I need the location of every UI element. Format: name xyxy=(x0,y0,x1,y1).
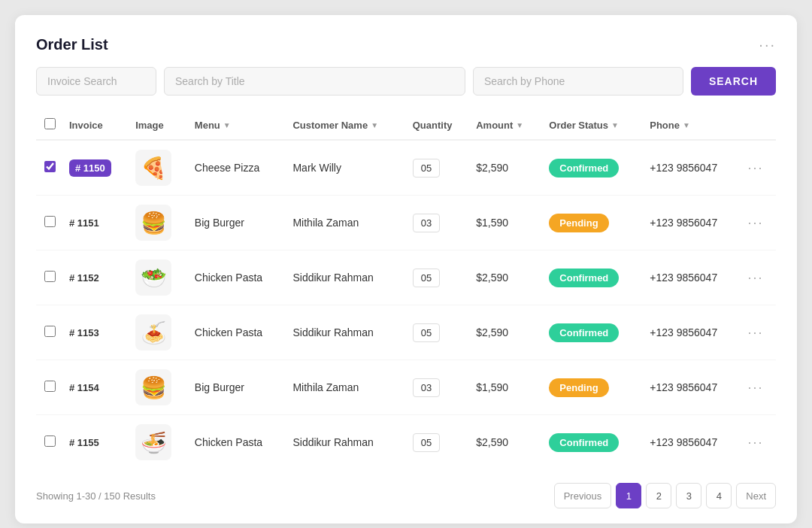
row-actions-button[interactable]: ··· xyxy=(747,435,763,451)
search-button[interactable]: SEARCH xyxy=(691,67,776,96)
row-status: Confirmed xyxy=(543,140,644,196)
row-customer: Siddikur Rahman xyxy=(286,250,406,305)
row-status: Pending xyxy=(543,196,644,250)
header-checkbox-cell xyxy=(36,111,63,140)
row-checkbox[interactable] xyxy=(44,326,56,337)
header-image: Image xyxy=(129,111,189,140)
row-actions: ··· xyxy=(741,250,776,305)
food-image: 🍔 xyxy=(135,205,171,241)
pagination: Previous 1 2 3 4 Next xyxy=(554,483,776,508)
row-status: Pending xyxy=(543,360,644,415)
row-customer: Siddikur Rahman xyxy=(286,305,406,360)
next-button[interactable]: Next xyxy=(736,483,776,508)
header-phone: Phone ▼ xyxy=(644,111,741,140)
row-customer: Mark Willy xyxy=(286,140,406,196)
row-invoice: # 1152 xyxy=(63,250,129,305)
quantity-box: 05 xyxy=(413,269,440,287)
phone-search-input[interactable] xyxy=(473,67,683,96)
row-checkbox[interactable] xyxy=(44,435,56,447)
row-menu: Big Burger xyxy=(189,196,287,250)
row-checkbox-cell xyxy=(36,140,63,196)
row-actions: ··· xyxy=(741,305,776,360)
row-customer: Siddikur Rahman xyxy=(286,415,406,470)
page-4-button[interactable]: 4 xyxy=(706,483,732,508)
row-checkbox[interactable] xyxy=(44,271,56,282)
invoice-badge: # 1150 xyxy=(69,159,111,177)
row-amount: $1,590 xyxy=(470,196,543,250)
row-quantity: 05 xyxy=(407,415,470,470)
row-menu: Cheese Pizza xyxy=(189,140,287,196)
row-image: 🍔 xyxy=(129,360,189,415)
row-status: Confirmed xyxy=(543,305,644,360)
table-footer: Showing 1-30 / 150 Results Previous 1 2 … xyxy=(36,483,776,508)
phone-sort-arrow: ▼ xyxy=(683,121,690,129)
search-bar: SEARCH xyxy=(36,67,776,96)
row-checkbox-cell xyxy=(36,250,63,305)
status-badge: Confirmed xyxy=(549,433,619,452)
row-quantity: 05 xyxy=(407,140,470,196)
row-image: 🍕 xyxy=(129,140,189,196)
row-phone: +123 9856047 xyxy=(644,196,741,250)
quantity-box: 03 xyxy=(413,214,440,232)
row-checkbox-cell xyxy=(36,196,63,250)
food-image: 🥗 xyxy=(135,259,171,296)
row-actions-button[interactable]: ··· xyxy=(747,380,763,396)
row-actions-button[interactable]: ··· xyxy=(747,270,763,286)
row-invoice: # 1155 xyxy=(63,415,129,470)
row-checkbox[interactable] xyxy=(44,161,56,172)
food-image: 🍝 xyxy=(135,314,171,350)
row-checkbox[interactable] xyxy=(44,216,56,227)
row-amount: $2,590 xyxy=(470,250,543,305)
page-3-button[interactable]: 3 xyxy=(676,483,701,508)
status-badge: Confirmed xyxy=(549,269,619,287)
row-amount: $2,590 xyxy=(470,415,543,470)
row-actions-button[interactable]: ··· xyxy=(747,325,763,341)
card-title: Order List xyxy=(36,36,108,53)
row-actions-button[interactable]: ··· xyxy=(747,160,763,176)
row-image: 🍜 xyxy=(129,415,189,470)
food-image: 🍔 xyxy=(135,369,171,405)
row-image: 🍔 xyxy=(129,196,189,250)
table-row: # 1151 🍔 Big Burger Mithila Zaman 03 $1,… xyxy=(36,196,776,250)
status-badge: Pending xyxy=(549,378,608,397)
table-row: # 1152 🥗 Chicken Pasta Siddikur Rahman 0… xyxy=(36,250,776,305)
page-2-button[interactable]: 2 xyxy=(646,483,671,508)
showing-results-text: Showing 1-30 / 150 Results xyxy=(36,490,156,502)
more-options-button[interactable]: ··· xyxy=(759,36,776,53)
row-checkbox[interactable] xyxy=(44,381,56,392)
select-all-checkbox[interactable] xyxy=(44,118,56,129)
quantity-box: 05 xyxy=(413,433,440,452)
header-quantity: Quantity xyxy=(407,111,470,140)
row-quantity: 03 xyxy=(407,360,470,415)
row-status: Confirmed xyxy=(543,415,644,470)
invoice-text: # 1153 xyxy=(69,327,99,338)
row-invoice: # 1151 xyxy=(63,196,129,250)
header-invoice: Invoice xyxy=(63,111,129,140)
orders-table: Invoice Image Menu ▼ Customer Name ▼ Qua… xyxy=(36,111,776,469)
row-actions-button[interactable]: ··· xyxy=(747,215,763,231)
row-actions: ··· xyxy=(741,415,776,470)
quantity-box: 03 xyxy=(413,378,440,397)
customer-sort-arrow: ▼ xyxy=(371,121,378,129)
row-image: 🥗 xyxy=(129,250,189,305)
row-menu: Chicken Pasta xyxy=(189,305,287,360)
status-badge: Confirmed xyxy=(549,159,619,178)
invoice-text: # 1151 xyxy=(69,217,99,229)
food-image: 🍜 xyxy=(135,424,171,460)
page-1-button[interactable]: 1 xyxy=(616,483,641,508)
row-phone: +123 9856047 xyxy=(644,360,741,415)
row-image: 🍝 xyxy=(129,305,189,360)
invoice-search-input[interactable] xyxy=(36,67,156,96)
title-search-input[interactable] xyxy=(164,67,465,96)
quantity-box: 05 xyxy=(413,159,440,178)
previous-button[interactable]: Previous xyxy=(554,483,612,508)
row-quantity: 03 xyxy=(407,196,470,250)
table-header-row: Invoice Image Menu ▼ Customer Name ▼ Qua… xyxy=(36,111,776,140)
card-header: Order List ··· xyxy=(36,36,776,53)
table-row: # 1150 🍕 Cheese Pizza Mark Willy 05 $2,5… xyxy=(36,140,776,196)
header-order-status: Order Status ▼ xyxy=(543,111,644,140)
row-customer: Mithila Zaman xyxy=(286,360,406,415)
row-checkbox-cell xyxy=(36,415,63,470)
row-actions: ··· xyxy=(741,360,776,415)
row-phone: +123 9856047 xyxy=(644,140,741,196)
